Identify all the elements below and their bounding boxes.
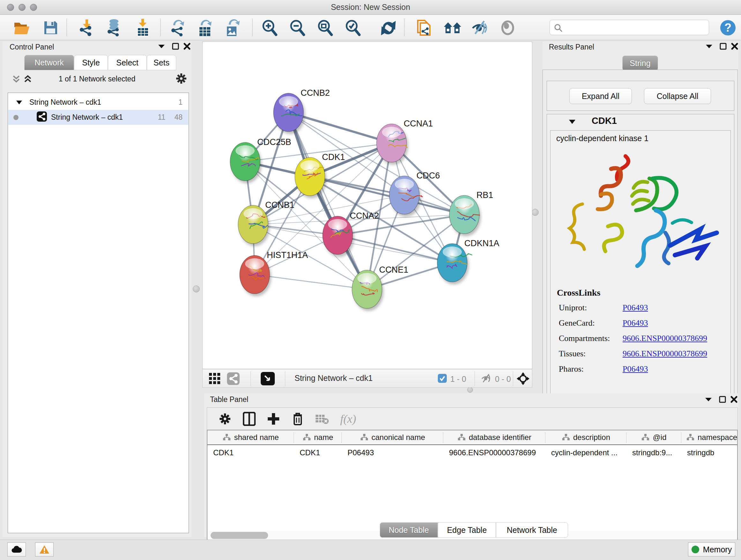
close-panel-icon[interactable] xyxy=(729,42,740,51)
delete-table-icon[interactable] xyxy=(313,410,331,428)
crosslink-link[interactable]: P06493 xyxy=(623,364,648,374)
control-panel-title: Control Panel xyxy=(10,43,54,51)
export-table-icon[interactable] xyxy=(195,18,215,37)
import-table-icon[interactable] xyxy=(133,18,152,37)
trash-icon[interactable] xyxy=(289,410,307,428)
tab-string[interactable]: String xyxy=(622,56,658,71)
zoom-selected-icon[interactable] xyxy=(343,18,363,37)
selected-checkbox-icon[interactable] xyxy=(437,374,447,384)
table-cell[interactable]: CDK1 xyxy=(207,446,294,460)
network-row-selected[interactable]: String Network – cdk1 11 48 xyxy=(8,110,188,125)
share-network-grey-icon[interactable] xyxy=(226,372,240,385)
vertical-splitter-grip[interactable] xyxy=(193,286,200,293)
close-panel-icon[interactable] xyxy=(181,42,193,51)
crosslink-link[interactable]: P06493 xyxy=(623,318,648,328)
column-header-shared-name[interactable]: shared name xyxy=(207,430,294,445)
network-node-cdc6[interactable]: CDC6 xyxy=(389,171,440,217)
zoom-out-icon[interactable] xyxy=(287,18,307,37)
column-header-namespace[interactable]: namespace xyxy=(681,430,738,445)
panel-menu-icon[interactable] xyxy=(156,42,167,51)
memory-button[interactable]: Memory xyxy=(688,543,735,557)
float-panel-icon[interactable] xyxy=(170,42,181,51)
column-header-database-identifier[interactable]: database identifier xyxy=(443,430,545,445)
function-icon[interactable]: f(x) xyxy=(339,410,357,428)
houses-icon[interactable] xyxy=(443,18,463,37)
panel-menu-icon[interactable] xyxy=(703,42,715,51)
cloud-icon[interactable] xyxy=(7,543,26,557)
help-icon[interactable]: ? xyxy=(718,18,738,37)
crosslink-row: Pharos:P06493 xyxy=(559,364,731,374)
table-cell[interactable]: P06493 xyxy=(342,446,443,460)
scrollbar-thumb[interactable] xyxy=(211,532,268,539)
float-panel-icon[interactable] xyxy=(718,42,729,51)
network-graph[interactable]: CCNB2CCNA1CDC25BCDK1CDC6RB1CCNB1CCNA2CDK… xyxy=(203,42,532,369)
tab-network-table[interactable]: Network Table xyxy=(496,522,568,538)
gear-icon[interactable] xyxy=(176,73,187,85)
hidden-counts: 0 - 0 xyxy=(495,374,511,384)
gear-icon[interactable] xyxy=(216,410,234,428)
network-edge[interactable] xyxy=(338,235,452,263)
tab-sets[interactable]: Sets xyxy=(147,55,176,70)
network-node-ccnb2[interactable]: CCNB2 xyxy=(273,88,330,134)
network-edge[interactable] xyxy=(255,274,367,289)
zoom-fit-icon[interactable] xyxy=(315,18,335,37)
vertical-splitter-grip[interactable] xyxy=(532,209,539,216)
tab-network[interactable]: Network xyxy=(24,55,74,70)
crosslink-label: Tissues: xyxy=(559,349,623,359)
table-cell[interactable]: stringdb:9... xyxy=(626,446,681,460)
hidden-eye-slash-icon[interactable] xyxy=(481,374,492,384)
table-cell[interactable]: cyclin-dependent ... xyxy=(545,446,626,460)
tab-select[interactable]: Select xyxy=(108,55,147,70)
tab-edge-table[interactable]: Edge Table xyxy=(438,522,496,538)
network-collection-row[interactable]: String Network – cdk1 1 xyxy=(8,95,188,110)
network-canvas[interactable]: CCNB2CCNA1CDC25BCDK1CDC6RB1CCNB1CCNA2CDK… xyxy=(202,42,532,369)
circular-arrows-icon[interactable] xyxy=(379,18,398,37)
column-header-description[interactable]: description xyxy=(545,430,626,445)
column-header--id[interactable]: @id xyxy=(626,430,681,445)
split-columns-icon[interactable] xyxy=(240,410,258,428)
export-network-icon[interactable] xyxy=(168,18,188,37)
export-image-icon[interactable] xyxy=(223,18,243,37)
network-node-ccna1[interactable]: CCNA1 xyxy=(377,119,433,165)
tab-style[interactable]: Style xyxy=(74,55,108,70)
column-header-name[interactable]: name xyxy=(294,430,342,445)
move-crosshair-icon[interactable] xyxy=(516,372,530,385)
float-panel-icon[interactable] xyxy=(717,395,728,404)
import-network-icon[interactable] xyxy=(77,18,96,37)
network-edge[interactable] xyxy=(288,112,367,289)
eye-icon[interactable] xyxy=(498,18,518,37)
tab-node-table[interactable]: Node Table xyxy=(380,522,438,538)
zoom-in-icon[interactable] xyxy=(260,18,280,37)
table-cell[interactable]: 9606.ENSP00000378699 xyxy=(443,446,545,460)
eye-slash-icon[interactable] xyxy=(470,18,490,37)
warning-icon[interactable] xyxy=(35,543,54,557)
save-floppy-icon[interactable] xyxy=(41,18,61,37)
table-cell[interactable]: CDK1 xyxy=(294,446,342,460)
crosslink-link[interactable]: 9606.ENSP00000378699 xyxy=(623,334,707,343)
network-node-hist1h1a[interactable]: HIST1H1A xyxy=(240,250,308,296)
table-cell[interactable]: stringdb xyxy=(681,446,738,460)
triangle-expander-icon[interactable] xyxy=(569,119,576,125)
toolbar-separator xyxy=(513,371,513,386)
triangle-expander-icon[interactable] xyxy=(16,98,22,107)
crosslink-link[interactable]: P06493 xyxy=(623,303,648,313)
close-panel-icon[interactable] xyxy=(728,395,740,404)
expand-all-button[interactable]: Expand All xyxy=(569,88,632,104)
birdseye-view-icon[interactable] xyxy=(261,372,275,385)
crosslink-link[interactable]: 9606.ENSP00000378699 xyxy=(623,349,707,359)
panel-menu-icon[interactable] xyxy=(703,395,714,404)
column-header-canonical-name[interactable]: canonical name xyxy=(342,430,443,445)
plus-icon[interactable] xyxy=(265,410,282,428)
collapse-all-button[interactable]: Collapse All xyxy=(644,88,711,104)
import-database-icon[interactable] xyxy=(104,18,124,37)
grid-view-icon[interactable] xyxy=(208,372,222,385)
network-node-cdkn1a[interactable]: CDKN1A xyxy=(437,239,499,285)
open-folder-icon[interactable] xyxy=(12,18,32,37)
network-node-ccne1[interactable]: CCNE1 xyxy=(352,265,408,311)
copy-network-icon[interactable] xyxy=(414,18,434,37)
network-node-cdc25b[interactable]: CDC25B xyxy=(230,137,291,183)
horizontal-splitter-grip[interactable] xyxy=(467,387,473,393)
network-node-ccna2[interactable]: CCNA2 xyxy=(323,211,379,257)
search-input[interactable] xyxy=(566,21,704,34)
network-node-rb1[interactable]: RB1 xyxy=(449,190,493,236)
